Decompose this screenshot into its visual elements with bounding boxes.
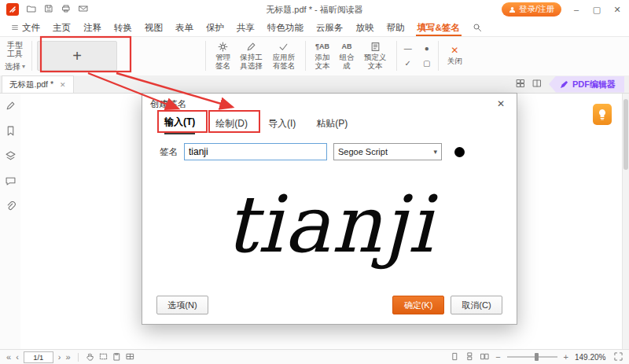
menu-tab-protect[interactable]: 保护: [200, 19, 230, 36]
continuous-view-icon[interactable]: [465, 352, 474, 362]
zoom-in-button[interactable]: +: [564, 353, 568, 362]
annotate-panel-icon[interactable]: [6, 101, 16, 113]
statusbar: « ‹ 1/1 › » − + 149.20%: [0, 349, 629, 364]
menu-tab-form[interactable]: 表单: [169, 19, 200, 36]
menu-tab-share[interactable]: 共享: [230, 19, 261, 36]
menu-file[interactable]: 文件: [5, 19, 46, 36]
select-tool-button[interactable]: 选择 ▾: [5, 62, 25, 72]
keep-tool-selected-label: 保持工具选择: [239, 53, 263, 71]
ok-button[interactable]: 确定(K): [392, 296, 444, 314]
menu-tab-home[interactable]: 主页: [46, 19, 77, 36]
keep-tool-selected-button[interactable]: 保持工具选择: [235, 40, 267, 72]
single-page-view-icon[interactable]: [451, 352, 459, 362]
split-view-icon[interactable]: [532, 79, 542, 90]
menu-tab-fill-sign[interactable]: 填写&签名: [411, 19, 466, 36]
maximize-button[interactable]: ▢: [591, 5, 602, 15]
tab-close-icon[interactable]: ✕: [60, 81, 66, 89]
menu-label: 注释: [83, 22, 101, 34]
menu-tab-help[interactable]: 帮助: [381, 19, 411, 36]
attachment-panel-icon[interactable]: [6, 201, 16, 214]
grid-tool-icon[interactable]: [126, 352, 134, 362]
close-window-button[interactable]: ✕: [612, 5, 623, 15]
apply-all-signatures-button[interactable]: 应用所有签名: [267, 40, 300, 72]
two-page-view-icon[interactable]: [480, 352, 489, 362]
page-indicator[interactable]: 1/1: [24, 351, 53, 363]
menu-tab-convert[interactable]: 转换: [108, 19, 138, 36]
login-label: 登录/注册: [519, 4, 554, 15]
pdf-editor-label: PDF编辑器: [572, 79, 616, 90]
font-select-value: Segoe Script: [338, 147, 388, 156]
first-page-button[interactable]: «: [6, 353, 11, 362]
fullscreen-icon[interactable]: [614, 352, 623, 362]
stamp-line-button[interactable]: —: [404, 44, 412, 53]
assistant-lightbulb-button[interactable]: [593, 104, 612, 125]
hand-tool-status-icon[interactable]: [86, 352, 94, 362]
combine-button[interactable]: AB 组合成: [334, 40, 359, 72]
dialog-title: 创建签名: [150, 98, 186, 110]
hand-tool-button[interactable]: 手型工具: [6, 41, 24, 59]
cancel-button[interactable]: 取消(C): [451, 296, 502, 314]
search-icon[interactable]: [466, 19, 488, 36]
menu-file-label: 文件: [22, 22, 40, 34]
select-tool-label: 选择: [5, 62, 20, 72]
tab-import[interactable]: 导入(I): [268, 117, 296, 134]
stamp-check-button[interactable]: ✓: [405, 59, 411, 68]
document-tab-label: 无标题.pdf *: [9, 79, 53, 90]
document-tab[interactable]: 无标题.pdf * ✕: [2, 75, 74, 93]
add-signature-button[interactable]: +: [37, 41, 117, 71]
mail-icon[interactable]: [79, 4, 88, 16]
signature-gallery: +: [37, 40, 200, 72]
signature-form-row: 签名 Segoe Script ▾: [142, 134, 517, 160]
dialog-close-icon[interactable]: ✕: [493, 98, 509, 109]
pdf-editor-button[interactable]: PDF编辑器: [549, 76, 624, 93]
menu-label: 帮助: [387, 22, 405, 34]
manage-signature-button[interactable]: 管理签名: [211, 40, 235, 72]
prev-page-button[interactable]: ‹: [16, 353, 19, 362]
layers-panel-icon[interactable]: [6, 151, 16, 164]
options-button[interactable]: 选项(N): [156, 296, 208, 314]
vertical-scrollbar[interactable]: [622, 93, 629, 350]
print-icon[interactable]: [61, 4, 71, 16]
comment-panel-icon[interactable]: [6, 176, 16, 189]
last-page-button[interactable]: »: [65, 353, 70, 362]
scrollbar-thumb[interactable]: [623, 99, 628, 170]
tab-type[interactable]: 输入(T): [164, 116, 195, 134]
snapshot-tool-icon[interactable]: [99, 352, 108, 362]
menu-tab-cloud[interactable]: 云服务: [310, 19, 350, 36]
login-register-button[interactable]: 登录/注册: [502, 2, 561, 17]
signature-name-label: 签名: [160, 146, 178, 158]
next-page-button[interactable]: ›: [58, 353, 61, 362]
tab-paste[interactable]: 粘贴(P): [316, 117, 348, 134]
pointer-tools-group: 手型工具 选择 ▾: [3, 41, 27, 72]
predefined-text-button[interactable]: 预定义文本: [359, 40, 391, 72]
stamp-rect-button[interactable]: ▢: [423, 59, 430, 68]
zoom-slider[interactable]: [507, 356, 557, 358]
close-ribbon-button[interactable]: ✕ 关闭: [443, 44, 466, 68]
open-folder-icon[interactable]: [27, 4, 36, 16]
stamp-dot-button[interactable]: ●: [425, 44, 429, 53]
menu-label: 云服务: [316, 22, 344, 34]
menu-label: 特色功能: [267, 22, 303, 34]
menu-tab-features[interactable]: 特色功能: [261, 19, 310, 36]
zoom-level[interactable]: 149.20%: [575, 353, 608, 362]
signature-preview: tianji: [160, 165, 499, 283]
signature-color-swatch[interactable]: [454, 147, 465, 157]
document-tab-bar: 无标题.pdf * ✕ PDF编辑器: [0, 75, 629, 94]
zoom-slider-thumb[interactable]: [535, 353, 539, 361]
bookmark-panel-icon[interactable]: [6, 126, 16, 138]
menubar: 文件 主页 注释 转换 视图 表单 保护 共享 特色功能 云服务 放映 帮助 填…: [0, 19, 629, 37]
zoom-out-button[interactable]: −: [495, 353, 500, 362]
menu-tab-present[interactable]: 放映: [350, 19, 381, 36]
signature-name-input[interactable]: [184, 143, 327, 160]
ribbon-divider: [31, 41, 32, 71]
tab-list-icon[interactable]: [516, 79, 525, 90]
menu-tab-view[interactable]: 视图: [138, 19, 169, 36]
font-select[interactable]: Segoe Script ▾: [333, 143, 442, 160]
menu-tab-comment[interactable]: 注释: [77, 19, 108, 36]
save-icon[interactable]: [44, 4, 53, 16]
minimize-button[interactable]: –: [571, 5, 582, 14]
add-text-button[interactable]: ¶AB 添加文本: [311, 40, 335, 72]
clipboard-tool-icon[interactable]: [112, 352, 121, 362]
fill-sign-ribbon: 手型工具 选择 ▾ + 管理签名 保持工具选择 应用所有签名 ¶AB: [0, 36, 629, 76]
tab-draw[interactable]: 绘制(D): [215, 117, 248, 134]
